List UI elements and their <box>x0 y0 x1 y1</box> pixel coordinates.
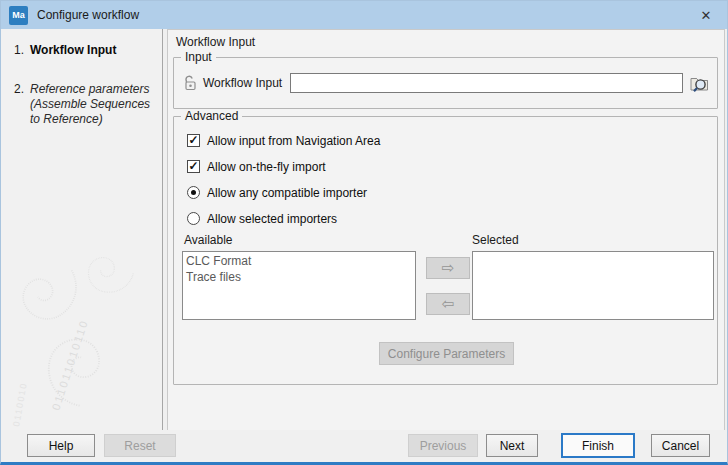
workflow-input-field[interactable] <box>290 73 683 93</box>
reset-button[interactable]: Reset <box>104 434 176 457</box>
radio-allow-selected-importers[interactable]: Allow selected importers <box>187 211 337 226</box>
wizard-steps-sidebar: 1. Workflow Input 2. Reference parameter… <box>1 29 163 434</box>
list-item[interactable]: CLC Format <box>186 253 412 269</box>
wizard-step-workflow-input: 1. Workflow Input <box>14 43 154 58</box>
workflow-input-label: Workflow Input <box>197 76 290 90</box>
app-logo-icon: Ma <box>9 6 28 25</box>
radio-label: Allow selected importers <box>207 212 337 226</box>
checkbox-checked-icon: ✓ <box>187 160 200 173</box>
title-bar: Ma Configure workflow ✕ <box>1 1 727 29</box>
folder-search-icon <box>689 74 711 93</box>
browse-button[interactable] <box>689 74 711 93</box>
wizard-step-reference-parameters: 2. Reference parameters (Assemble Sequen… <box>14 82 154 127</box>
checkbox-label: Allow on-the-fly import <box>207 160 326 174</box>
window-title: Configure workflow <box>37 8 139 22</box>
configure-workflow-dialog: Ma Configure workflow ✕ 1. Workflow Inpu… <box>0 0 728 465</box>
step-label: Reference parameters (Assemble Sequences… <box>30 82 154 127</box>
binary-spiral-watermark: 011011010110 0110010 <box>1 219 163 434</box>
cancel-button[interactable]: Cancel <box>651 434 710 457</box>
panel-title: Workflow Input <box>176 35 255 49</box>
arrow-right-icon: ⇨ <box>442 261 455 276</box>
help-button[interactable]: Help <box>27 434 95 457</box>
step-number: 2. <box>14 82 30 127</box>
advanced-group-legend: Advanced <box>181 109 242 123</box>
selected-list-label: Selected <box>472 233 519 247</box>
step-label: Workflow Input <box>30 43 116 58</box>
list-item[interactable]: Trace files <box>186 269 412 285</box>
previous-button[interactable]: Previous <box>408 434 478 457</box>
dialog-button-bar: Help Reset Previous Next Finish Cancel <box>1 430 727 462</box>
step-number: 1. <box>14 43 30 58</box>
finish-button[interactable]: Finish <box>561 433 635 458</box>
checkbox-checked-icon: ✓ <box>187 134 200 147</box>
configure-parameters-button[interactable]: Configure Parameters <box>379 342 514 365</box>
close-icon[interactable]: ✕ <box>693 4 719 26</box>
checkbox-label: Allow input from Navigation Area <box>207 134 380 148</box>
available-importers-list[interactable]: CLC Format Trace files <box>182 251 416 320</box>
unlocked-padlock-icon <box>184 75 197 91</box>
input-group: Input Workflow Input <box>173 57 718 109</box>
svg-text:0110010: 0110010 <box>11 381 29 427</box>
radio-selected-icon <box>187 186 200 199</box>
radio-label: Allow any compatible importer <box>207 186 367 200</box>
input-group-legend: Input <box>181 50 216 64</box>
move-left-button[interactable]: ⇦ <box>426 293 470 315</box>
arrow-left-icon: ⇦ <box>442 297 455 312</box>
radio-unselected-icon <box>187 212 200 225</box>
main-panel: Workflow Input Input Workflow Input <box>167 29 725 434</box>
move-right-button[interactable]: ⇨ <box>426 257 470 279</box>
radio-allow-any-compatible-importer[interactable]: Allow any compatible importer <box>187 185 367 200</box>
next-button[interactable]: Next <box>486 434 538 457</box>
checkbox-allow-input-from-navigation-area[interactable]: ✓ Allow input from Navigation Area <box>187 133 380 148</box>
svg-text:011011010110: 011011010110 <box>49 318 90 412</box>
checkbox-allow-on-the-fly-import[interactable]: ✓ Allow on-the-fly import <box>187 159 326 174</box>
dialog-content: 1. Workflow Input 2. Reference parameter… <box>1 29 727 434</box>
selected-importers-list[interactable] <box>472 251 714 320</box>
advanced-group: Advanced ✓ Allow input from Navigation A… <box>173 116 718 385</box>
available-list-label: Available <box>184 233 232 247</box>
